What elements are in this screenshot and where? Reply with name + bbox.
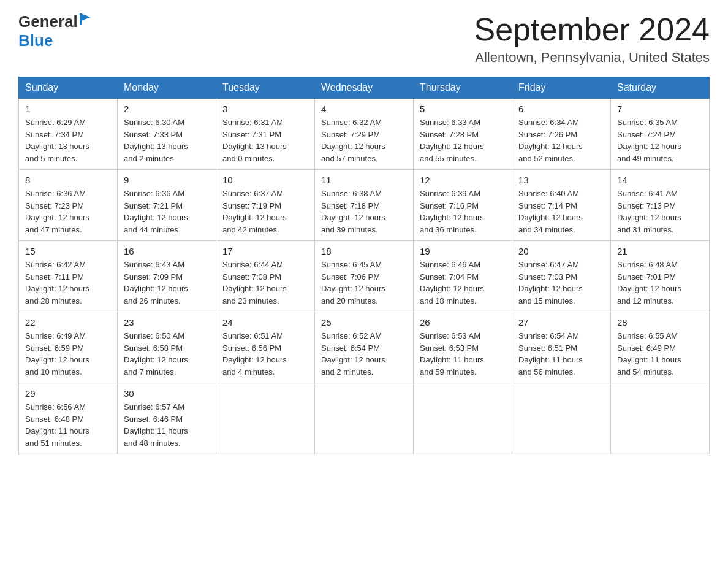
day-number: 20 [518, 246, 604, 256]
day-info: Sunrise: 6:56 AMSunset: 6:48 PMDaylight:… [25, 401, 111, 449]
day-info: Sunrise: 6:42 AMSunset: 7:11 PMDaylight:… [25, 259, 111, 307]
location-subtitle: Allentown, Pennsylvania, United States [474, 50, 710, 66]
day-info: Sunrise: 6:46 AMSunset: 7:04 PMDaylight:… [420, 259, 506, 307]
day-number: 19 [420, 246, 506, 256]
day-info: Sunrise: 6:36 AMSunset: 7:23 PMDaylight:… [25, 188, 111, 236]
calendar-cell: 13Sunrise: 6:40 AMSunset: 7:14 PMDayligh… [512, 170, 611, 241]
calendar-week-row: 29Sunrise: 6:56 AMSunset: 6:48 PMDayligh… [19, 383, 710, 454]
day-info: Sunrise: 6:57 AMSunset: 6:46 PMDaylight:… [124, 401, 210, 449]
svg-rect-1 [80, 13, 82, 25]
calendar-cell [414, 383, 512, 454]
day-info: Sunrise: 6:52 AMSunset: 6:54 PMDaylight:… [321, 330, 407, 378]
day-number: 26 [420, 317, 506, 327]
day-number: 8 [25, 175, 111, 185]
day-info: Sunrise: 6:55 AMSunset: 6:49 PMDaylight:… [617, 330, 703, 378]
weekday-header-wednesday: Wednesday [315, 77, 414, 99]
calendar-cell: 20Sunrise: 6:47 AMSunset: 7:03 PMDayligh… [512, 241, 611, 312]
day-number: 14 [617, 175, 703, 185]
calendar-cell: 4Sunrise: 6:32 AMSunset: 7:29 PMDaylight… [315, 99, 414, 170]
day-info: Sunrise: 6:45 AMSunset: 7:06 PMDaylight:… [321, 259, 407, 307]
calendar-cell: 19Sunrise: 6:46 AMSunset: 7:04 PMDayligh… [414, 241, 512, 312]
day-info: Sunrise: 6:49 AMSunset: 6:59 PMDaylight:… [25, 330, 111, 378]
weekday-header-tuesday: Tuesday [216, 77, 315, 99]
calendar-cell [216, 383, 315, 454]
day-info: Sunrise: 6:47 AMSunset: 7:03 PMDaylight:… [518, 259, 604, 307]
calendar-cell: 16Sunrise: 6:43 AMSunset: 7:09 PMDayligh… [118, 241, 216, 312]
day-info: Sunrise: 6:37 AMSunset: 7:19 PMDaylight:… [222, 188, 308, 236]
day-number: 28 [617, 317, 703, 327]
calendar-cell: 25Sunrise: 6:52 AMSunset: 6:54 PMDayligh… [315, 312, 414, 383]
calendar-week-row: 22Sunrise: 6:49 AMSunset: 6:59 PMDayligh… [19, 312, 710, 383]
weekday-header-row: SundayMondayTuesdayWednesdayThursdayFrid… [19, 77, 710, 99]
calendar-cell: 9Sunrise: 6:36 AMSunset: 7:21 PMDaylight… [118, 170, 216, 241]
day-number: 5 [420, 104, 506, 114]
calendar-cell: 7Sunrise: 6:35 AMSunset: 7:24 PMDaylight… [611, 99, 710, 170]
calendar-week-row: 15Sunrise: 6:42 AMSunset: 7:11 PMDayligh… [19, 241, 710, 312]
day-number: 11 [321, 175, 407, 185]
day-info: Sunrise: 6:36 AMSunset: 7:21 PMDaylight:… [124, 188, 210, 236]
day-number: 30 [124, 388, 210, 399]
day-info: Sunrise: 6:43 AMSunset: 7:09 PMDaylight:… [124, 259, 210, 307]
day-number: 2 [124, 104, 210, 114]
day-info: Sunrise: 6:51 AMSunset: 6:56 PMDaylight:… [222, 330, 308, 378]
day-info: Sunrise: 6:50 AMSunset: 6:58 PMDaylight:… [124, 330, 210, 378]
calendar-cell: 21Sunrise: 6:48 AMSunset: 7:01 PMDayligh… [611, 241, 710, 312]
day-number: 7 [617, 104, 703, 114]
calendar-cell: 29Sunrise: 6:56 AMSunset: 6:48 PMDayligh… [19, 383, 118, 454]
day-info: Sunrise: 6:53 AMSunset: 6:53 PMDaylight:… [420, 330, 506, 378]
day-info: Sunrise: 6:34 AMSunset: 7:26 PMDaylight:… [518, 117, 604, 164]
weekday-header-thursday: Thursday [414, 77, 512, 99]
calendar-cell: 3Sunrise: 6:31 AMSunset: 7:31 PMDaylight… [216, 99, 315, 170]
day-info: Sunrise: 6:30 AMSunset: 7:33 PMDaylight:… [124, 117, 210, 164]
calendar-cell: 1Sunrise: 6:29 AMSunset: 7:34 PMDaylight… [19, 99, 118, 170]
calendar-week-row: 8Sunrise: 6:36 AMSunset: 7:23 PMDaylight… [19, 170, 710, 241]
month-year-title: September 2024 [474, 12, 710, 47]
day-info: Sunrise: 6:33 AMSunset: 7:28 PMDaylight:… [420, 117, 506, 164]
day-number: 3 [222, 104, 308, 114]
calendar-cell: 22Sunrise: 6:49 AMSunset: 6:59 PMDayligh… [19, 312, 118, 383]
calendar-cell: 27Sunrise: 6:54 AMSunset: 6:51 PMDayligh… [512, 312, 611, 383]
calendar-cell: 17Sunrise: 6:44 AMSunset: 7:08 PMDayligh… [216, 241, 315, 312]
calendar-cell: 10Sunrise: 6:37 AMSunset: 7:19 PMDayligh… [216, 170, 315, 241]
calendar-cell: 23Sunrise: 6:50 AMSunset: 6:58 PMDayligh… [118, 312, 216, 383]
calendar-cell: 12Sunrise: 6:39 AMSunset: 7:16 PMDayligh… [414, 170, 512, 241]
day-info: Sunrise: 6:44 AMSunset: 7:08 PMDaylight:… [222, 259, 308, 307]
weekday-header-sunday: Sunday [19, 77, 118, 99]
day-info: Sunrise: 6:35 AMSunset: 7:24 PMDaylight:… [617, 117, 703, 164]
day-info: Sunrise: 6:41 AMSunset: 7:13 PMDaylight:… [617, 188, 703, 236]
day-info: Sunrise: 6:31 AMSunset: 7:31 PMDaylight:… [222, 117, 308, 164]
day-number: 29 [25, 388, 111, 399]
calendar-cell: 11Sunrise: 6:38 AMSunset: 7:18 PMDayligh… [315, 170, 414, 241]
calendar-cell: 14Sunrise: 6:41 AMSunset: 7:13 PMDayligh… [611, 170, 710, 241]
calendar-cell: 15Sunrise: 6:42 AMSunset: 7:11 PMDayligh… [19, 241, 118, 312]
calendar-cell [611, 383, 710, 454]
calendar-cell: 2Sunrise: 6:30 AMSunset: 7:33 PMDaylight… [118, 99, 216, 170]
weekday-header-monday: Monday [118, 77, 216, 99]
calendar-cell: 28Sunrise: 6:55 AMSunset: 6:49 PMDayligh… [611, 312, 710, 383]
calendar-week-row: 1Sunrise: 6:29 AMSunset: 7:34 PMDaylight… [19, 99, 710, 170]
day-number: 13 [518, 175, 604, 185]
day-number: 21 [617, 246, 703, 256]
calendar-cell: 5Sunrise: 6:33 AMSunset: 7:28 PMDaylight… [414, 99, 512, 170]
day-number: 15 [25, 246, 111, 256]
calendar-cell: 8Sunrise: 6:36 AMSunset: 7:23 PMDaylight… [19, 170, 118, 241]
day-info: Sunrise: 6:39 AMSunset: 7:16 PMDaylight:… [420, 188, 506, 236]
day-number: 17 [222, 246, 308, 256]
day-number: 6 [518, 104, 604, 114]
day-info: Sunrise: 6:29 AMSunset: 7:34 PMDaylight:… [25, 117, 111, 164]
weekday-header-saturday: Saturday [611, 77, 710, 99]
calendar-cell [315, 383, 414, 454]
calendar-table: SundayMondayTuesdayWednesdayThursdayFrid… [18, 77, 710, 454]
calendar-cell: 6Sunrise: 6:34 AMSunset: 7:26 PMDaylight… [512, 99, 611, 170]
calendar-cell: 18Sunrise: 6:45 AMSunset: 7:06 PMDayligh… [315, 241, 414, 312]
day-number: 10 [222, 175, 308, 185]
day-number: 1 [25, 104, 111, 114]
day-number: 9 [124, 175, 210, 185]
weekday-header-friday: Friday [512, 77, 611, 99]
day-number: 24 [222, 317, 308, 327]
logo-general-text: General [18, 12, 78, 31]
day-info: Sunrise: 6:32 AMSunset: 7:29 PMDaylight:… [321, 117, 407, 164]
day-info: Sunrise: 6:38 AMSunset: 7:18 PMDaylight:… [321, 188, 407, 236]
logo-flag-icon [78, 12, 92, 26]
day-info: Sunrise: 6:48 AMSunset: 7:01 PMDaylight:… [617, 259, 703, 307]
